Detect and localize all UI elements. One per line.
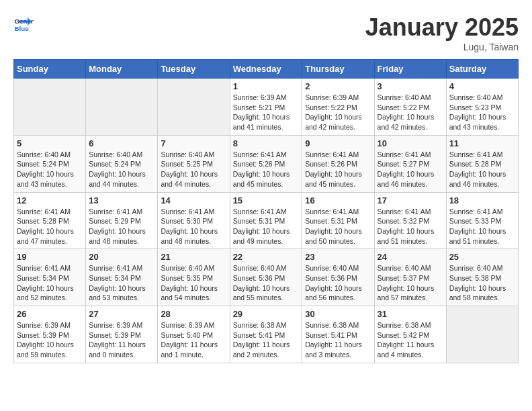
day-info: Sunrise: 6:41 AMSunset: 5:31 PMDaylight:… bbox=[233, 207, 300, 246]
weekday-header-tuesday: Tuesday bbox=[158, 60, 230, 79]
day-info: Sunrise: 6:41 AMSunset: 5:26 PMDaylight:… bbox=[233, 150, 300, 189]
calendar-cell: 6Sunrise: 6:40 AMSunset: 5:24 PMDaylight… bbox=[86, 135, 158, 192]
weekday-header-saturday: Saturday bbox=[446, 60, 518, 79]
day-number: 6 bbox=[89, 138, 154, 148]
day-info: Sunrise: 6:41 AMSunset: 5:34 PMDaylight:… bbox=[17, 263, 83, 303]
calendar-week-3: 12Sunrise: 6:41 AMSunset: 5:28 PMDayligh… bbox=[14, 192, 519, 249]
calendar-cell: 10Sunrise: 6:41 AMSunset: 5:27 PMDayligh… bbox=[374, 135, 446, 192]
calendar-cell: 2Sunrise: 6:39 AMSunset: 5:22 PMDaylight… bbox=[302, 79, 374, 136]
day-info: Sunrise: 6:40 AMSunset: 5:25 PMDaylight:… bbox=[161, 150, 226, 189]
day-number: 17 bbox=[378, 195, 443, 205]
calendar-cell: 24Sunrise: 6:40 AMSunset: 5:37 PMDayligh… bbox=[374, 249, 446, 306]
day-info: Sunrise: 6:38 AMSunset: 5:42 PMDaylight:… bbox=[378, 320, 443, 360]
day-info: Sunrise: 6:40 AMSunset: 5:38 PMDaylight:… bbox=[449, 263, 515, 303]
logo: General Blue bbox=[13, 13, 34, 34]
day-number: 24 bbox=[378, 252, 443, 262]
day-number: 27 bbox=[89, 309, 154, 319]
calendar-cell: 7Sunrise: 6:40 AMSunset: 5:25 PMDaylight… bbox=[158, 135, 230, 192]
day-number: 4 bbox=[449, 81, 515, 91]
day-info: Sunrise: 6:41 AMSunset: 5:34 PMDaylight:… bbox=[89, 263, 154, 303]
calendar-cell: 22Sunrise: 6:40 AMSunset: 5:36 PMDayligh… bbox=[230, 249, 302, 306]
day-number: 3 bbox=[378, 81, 443, 91]
calendar-week-2: 5Sunrise: 6:40 AMSunset: 5:24 PMDaylight… bbox=[14, 135, 519, 192]
day-info: Sunrise: 6:39 AMSunset: 5:39 PMDaylight:… bbox=[17, 320, 83, 360]
calendar-cell: 18Sunrise: 6:41 AMSunset: 5:33 PMDayligh… bbox=[446, 192, 518, 249]
calendar-cell: 4Sunrise: 6:40 AMSunset: 5:23 PMDaylight… bbox=[446, 79, 518, 136]
day-number: 9 bbox=[305, 138, 371, 148]
day-number: 5 bbox=[17, 138, 83, 148]
day-number: 25 bbox=[449, 252, 515, 262]
calendar-cell bbox=[446, 306, 518, 363]
weekday-header-wednesday: Wednesday bbox=[230, 60, 302, 79]
calendar-cell: 16Sunrise: 6:41 AMSunset: 5:31 PMDayligh… bbox=[302, 192, 374, 249]
day-number: 1 bbox=[233, 81, 300, 91]
calendar-week-4: 19Sunrise: 6:41 AMSunset: 5:34 PMDayligh… bbox=[14, 249, 519, 306]
day-number: 26 bbox=[17, 309, 83, 319]
day-info: Sunrise: 6:40 AMSunset: 5:35 PMDaylight:… bbox=[161, 263, 226, 303]
calendar-cell: 30Sunrise: 6:38 AMSunset: 5:41 PMDayligh… bbox=[302, 306, 374, 363]
calendar-cell: 28Sunrise: 6:39 AMSunset: 5:40 PMDayligh… bbox=[158, 306, 230, 363]
day-number: 13 bbox=[89, 195, 154, 205]
month-title: January 2025 bbox=[365, 13, 519, 42]
day-info: Sunrise: 6:40 AMSunset: 5:36 PMDaylight:… bbox=[233, 263, 300, 303]
calendar-table: SundayMondayTuesdayWednesdayThursdayFrid… bbox=[13, 59, 519, 363]
day-number: 12 bbox=[17, 195, 83, 205]
day-info: Sunrise: 6:41 AMSunset: 5:30 PMDaylight:… bbox=[161, 207, 226, 246]
calendar-cell: 17Sunrise: 6:41 AMSunset: 5:32 PMDayligh… bbox=[374, 192, 446, 249]
day-info: Sunrise: 6:41 AMSunset: 5:28 PMDaylight:… bbox=[17, 207, 83, 246]
calendar-cell: 13Sunrise: 6:41 AMSunset: 5:29 PMDayligh… bbox=[86, 192, 158, 249]
day-number: 10 bbox=[378, 138, 443, 148]
day-info: Sunrise: 6:39 AMSunset: 5:22 PMDaylight:… bbox=[305, 93, 371, 132]
calendar-cell: 27Sunrise: 6:39 AMSunset: 5:39 PMDayligh… bbox=[86, 306, 158, 363]
day-number: 2 bbox=[305, 81, 371, 91]
day-info: Sunrise: 6:40 AMSunset: 5:37 PMDaylight:… bbox=[378, 263, 443, 303]
calendar-cell: 9Sunrise: 6:41 AMSunset: 5:26 PMDaylight… bbox=[302, 135, 374, 192]
day-info: Sunrise: 6:39 AMSunset: 5:39 PMDaylight:… bbox=[89, 320, 154, 360]
day-info: Sunrise: 6:38 AMSunset: 5:41 PMDaylight:… bbox=[233, 320, 300, 360]
weekday-header-friday: Friday bbox=[374, 60, 446, 79]
day-info: Sunrise: 6:41 AMSunset: 5:29 PMDaylight:… bbox=[89, 207, 154, 246]
calendar-cell: 14Sunrise: 6:41 AMSunset: 5:30 PMDayligh… bbox=[158, 192, 230, 249]
day-info: Sunrise: 6:40 AMSunset: 5:36 PMDaylight:… bbox=[305, 263, 371, 303]
day-number: 11 bbox=[449, 138, 515, 148]
calendar-cell: 20Sunrise: 6:41 AMSunset: 5:34 PMDayligh… bbox=[86, 249, 158, 306]
day-number: 16 bbox=[305, 195, 371, 205]
calendar-cell: 3Sunrise: 6:40 AMSunset: 5:22 PMDaylight… bbox=[374, 79, 446, 136]
calendar-cell: 15Sunrise: 6:41 AMSunset: 5:31 PMDayligh… bbox=[230, 192, 302, 249]
calendar-week-1: 1Sunrise: 6:39 AMSunset: 5:21 PMDaylight… bbox=[14, 79, 519, 136]
day-number: 20 bbox=[89, 252, 154, 262]
day-info: Sunrise: 6:40 AMSunset: 5:23 PMDaylight:… bbox=[449, 93, 515, 132]
calendar-cell: 1Sunrise: 6:39 AMSunset: 5:21 PMDaylight… bbox=[230, 79, 302, 136]
calendar-cell: 19Sunrise: 6:41 AMSunset: 5:34 PMDayligh… bbox=[14, 249, 86, 306]
day-info: Sunrise: 6:40 AMSunset: 5:24 PMDaylight:… bbox=[89, 150, 154, 189]
day-info: Sunrise: 6:41 AMSunset: 5:26 PMDaylight:… bbox=[305, 150, 371, 189]
day-number: 21 bbox=[161, 252, 226, 262]
calendar-week-5: 26Sunrise: 6:39 AMSunset: 5:39 PMDayligh… bbox=[14, 306, 519, 363]
day-info: Sunrise: 6:39 AMSunset: 5:40 PMDaylight:… bbox=[161, 320, 226, 360]
page-header: General Blue January 2025 Lugu, Taiwan bbox=[13, 13, 519, 52]
day-number: 29 bbox=[233, 309, 300, 319]
day-number: 23 bbox=[305, 252, 371, 262]
day-number: 14 bbox=[161, 195, 226, 205]
calendar-cell: 29Sunrise: 6:38 AMSunset: 5:41 PMDayligh… bbox=[230, 306, 302, 363]
weekday-header-row: SundayMondayTuesdayWednesdayThursdayFrid… bbox=[14, 60, 519, 79]
title-block: January 2025 Lugu, Taiwan bbox=[365, 13, 519, 52]
calendar-cell bbox=[14, 79, 86, 136]
weekday-header-monday: Monday bbox=[86, 60, 158, 79]
day-info: Sunrise: 6:40 AMSunset: 5:24 PMDaylight:… bbox=[17, 150, 83, 189]
calendar-cell: 11Sunrise: 6:41 AMSunset: 5:28 PMDayligh… bbox=[446, 135, 518, 192]
day-number: 28 bbox=[161, 309, 226, 319]
day-number: 18 bbox=[449, 195, 515, 205]
day-info: Sunrise: 6:41 AMSunset: 5:33 PMDaylight:… bbox=[449, 207, 515, 246]
calendar-cell bbox=[86, 79, 158, 136]
calendar-cell: 8Sunrise: 6:41 AMSunset: 5:26 PMDaylight… bbox=[230, 135, 302, 192]
calendar-cell: 26Sunrise: 6:39 AMSunset: 5:39 PMDayligh… bbox=[14, 306, 86, 363]
day-number: 8 bbox=[233, 138, 300, 148]
calendar-cell: 23Sunrise: 6:40 AMSunset: 5:36 PMDayligh… bbox=[302, 249, 374, 306]
day-number: 22 bbox=[233, 252, 300, 262]
svg-text:Blue: Blue bbox=[15, 25, 30, 32]
calendar-cell: 12Sunrise: 6:41 AMSunset: 5:28 PMDayligh… bbox=[14, 192, 86, 249]
calendar-cell: 25Sunrise: 6:40 AMSunset: 5:38 PMDayligh… bbox=[446, 249, 518, 306]
day-number: 7 bbox=[161, 138, 226, 148]
day-number: 19 bbox=[17, 252, 83, 262]
